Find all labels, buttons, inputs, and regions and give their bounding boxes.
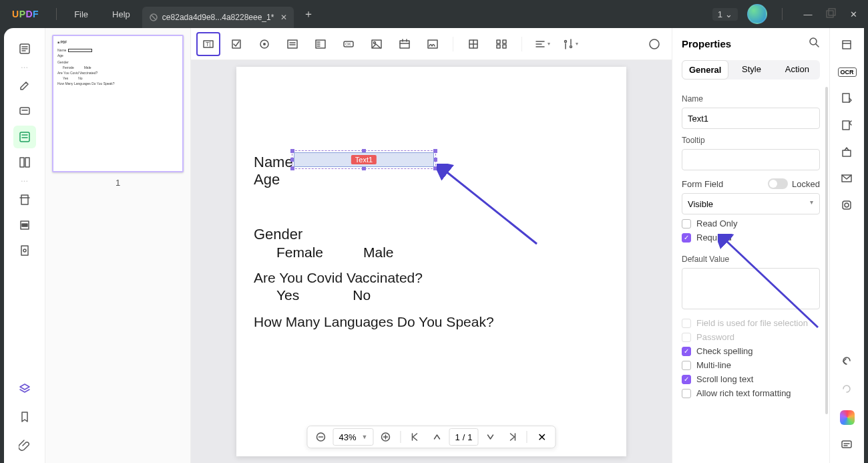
crop-tool[interactable] [13,188,36,211]
image-field-tool[interactable] [365,32,389,56]
tab-general[interactable]: General [682,60,728,80]
svg-rect-11 [20,132,29,142]
layers-icon[interactable] [13,377,36,400]
svg-point-21 [23,249,26,252]
svg-text:T|: T| [206,41,211,47]
redo-icon[interactable] [837,379,858,400]
locked-toggle[interactable] [768,178,788,189]
convert-icon[interactable] [837,88,858,110]
prop-name-label: Name [682,94,820,104]
document-tab[interactable]: ce82ada4d9e8...4a8228eee_1* ✕ [142,7,294,28]
preview-toggle[interactable] [642,32,666,56]
svg-point-58 [650,39,659,49]
checkbox-tool[interactable] [224,32,248,56]
window-close-icon[interactable]: ✕ [848,9,859,19]
svg-rect-78 [842,441,851,448]
password-checkbox [682,333,691,342]
svg-rect-72 [843,94,849,102]
canvas-area: T| OK ▾ ▾ Name Age [191,28,672,463]
user-avatar[interactable] [747,4,767,24]
email-icon[interactable] [837,168,858,190]
redact-tool[interactable] [13,214,36,237]
text-form-field[interactable]: Text1 [294,152,434,167]
label-vaccinated: Are You Covid Vaccinated? [254,270,423,285]
multiline-label: Multi-line [696,360,731,370]
checkspelling-checkbox[interactable] [682,347,691,356]
distribute-tool[interactable] [489,32,513,56]
thumbnail-page-number: 1 [52,178,184,188]
prop-tooltip-input[interactable] [682,149,820,170]
multiline-checkbox[interactable] [682,361,691,370]
radio-tool[interactable] [252,32,276,56]
tab-close-icon[interactable]: ✕ [280,13,287,22]
listbox-tool[interactable] [280,32,304,56]
svg-rect-14 [20,158,24,167]
attachment-icon[interactable] [13,434,36,456]
richtext-checkbox[interactable] [682,389,691,398]
last-page-button[interactable] [503,428,521,446]
signature-tool[interactable] [421,32,445,56]
tab-action[interactable]: Action [775,60,820,80]
required-label: Required [696,233,732,243]
visibility-select[interactable]: Visible [682,193,820,214]
next-page-button[interactable] [481,428,500,446]
textfield-tool[interactable]: T| [196,32,220,56]
share-icon[interactable] [837,142,858,163]
svg-rect-73 [843,121,849,130]
svg-rect-48 [503,40,506,43]
readonly-checkbox[interactable] [682,219,691,228]
window-count-dropdown[interactable]: 1⌄ [712,8,738,21]
tab-style[interactable]: Style [728,60,774,80]
svg-line-68 [816,44,819,47]
organize-tool[interactable] [13,151,36,174]
button-tool[interactable]: OK [337,32,361,56]
window-minimize-icon[interactable]: ― [803,9,813,19]
document-page[interactable]: Name Age T [236,67,626,456]
svg-point-77 [845,203,849,207]
bookmark-icon[interactable] [13,406,36,428]
required-checkbox[interactable] [682,233,691,243]
close-footer-button[interactable]: ✕ [533,428,552,446]
thumbnail-panel: ■ PDF Name Age Gender FemaleMale Are You… [45,28,191,463]
svg-rect-70 [843,41,851,49]
menu-file[interactable]: File [62,9,100,19]
new-tab-button[interactable]: ＋ [294,7,323,21]
comment-tool[interactable] [13,100,36,123]
properties-scrollbar[interactable] [825,87,828,414]
zoom-in-button[interactable] [376,428,395,446]
align-tool[interactable]: ▾ [530,32,554,56]
window-maximize-icon[interactable] [825,9,836,19]
prop-default-input[interactable] [682,268,820,309]
chat-icon[interactable] [837,435,858,456]
prev-page-button[interactable] [427,428,446,446]
scroll-checkbox[interactable] [682,375,691,384]
page-indicator[interactable]: 1/1 [449,428,478,446]
zoom-out-button[interactable] [311,428,330,446]
properties-search-icon[interactable] [808,36,820,51]
prop-name-input[interactable] [682,108,820,129]
ai-assistant-icon[interactable] [837,407,858,428]
label-languages: How Many Languages Do You Speak? [254,314,494,329]
form-tool[interactable] [13,126,36,148]
compress-icon[interactable] [837,195,858,216]
svg-point-55 [570,45,572,47]
first-page-button[interactable] [406,428,425,446]
menu-help[interactable]: Help [100,9,142,19]
form-grid-tool[interactable] [461,32,485,56]
tools-settings[interactable]: ▾ [558,32,582,56]
ocr-button[interactable]: OCR [837,61,858,83]
protect-tool[interactable] [13,239,36,262]
reader-tool[interactable] [13,37,36,60]
svg-rect-16 [21,195,28,204]
batch-icon[interactable] [837,35,858,56]
label-name: Name [254,154,293,171]
dropdown-tool[interactable] [308,32,333,56]
export-icon[interactable] [837,115,858,136]
edit-text-tool[interactable] [13,75,36,98]
undo-icon[interactable] [837,351,858,372]
date-field-tool[interactable] [393,32,417,56]
page-thumbnail[interactable]: ■ PDF Name Age Gender FemaleMale Are You… [52,35,184,172]
zoom-select[interactable]: 43%▼ [333,428,373,446]
app-logo: UPDF [0,9,51,19]
form-toolbar: T| OK ▾ ▾ [191,28,672,60]
